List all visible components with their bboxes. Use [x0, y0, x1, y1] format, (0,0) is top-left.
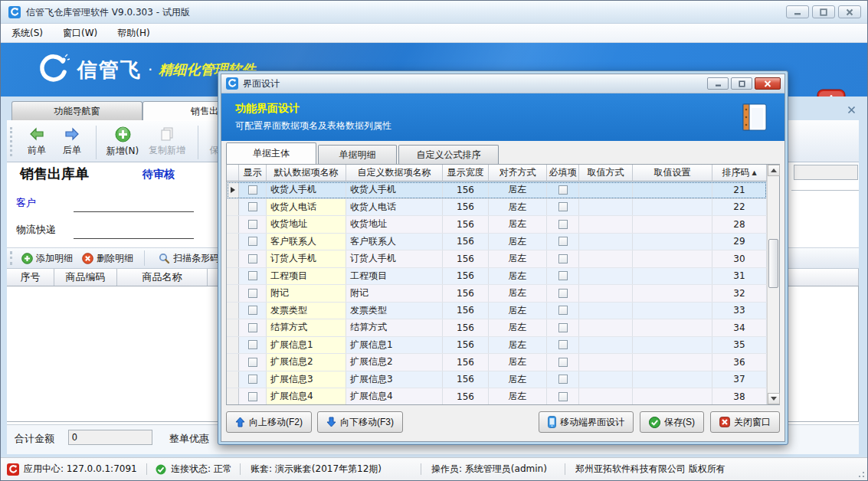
- config-table-row[interactable]: 结算方式结算方式156居左34: [227, 319, 767, 337]
- right-panel-field[interactable]: [794, 165, 858, 180]
- add-detail-button[interactable]: 添加明细: [21, 252, 73, 265]
- tab-function-nav[interactable]: 功能导航窗: [11, 101, 142, 120]
- required-checkbox[interactable]: [558, 202, 568, 211]
- config-table-row[interactable]: 收货人电话收货人电话156居左22: [227, 199, 767, 217]
- column-product-name[interactable]: 商品名称: [117, 269, 208, 286]
- align-cell: 居左: [489, 303, 547, 319]
- add-new-button[interactable]: 新增(N): [103, 124, 142, 159]
- move-up-button[interactable]: 向上移动(F2): [226, 411, 312, 433]
- required-checkbox[interactable]: [558, 358, 568, 367]
- scroll-up-button[interactable]: [768, 165, 780, 176]
- menu-system[interactable]: 系统(S): [11, 27, 43, 40]
- required-checkbox[interactable]: [558, 392, 568, 401]
- minimize-button[interactable]: [786, 5, 809, 18]
- default-name-cell: 订货人手机: [267, 250, 346, 267]
- display-checkbox[interactable]: [248, 392, 257, 401]
- exit-system-button[interactable]: 退出系统: [804, 89, 859, 97]
- dialog-maximize-button[interactable]: [731, 77, 752, 90]
- required-checkbox[interactable]: [558, 237, 568, 246]
- total-amount-input[interactable]: [68, 430, 152, 445]
- display-width-cell: 156: [443, 303, 489, 319]
- column-product-code[interactable]: 商品编码: [54, 269, 117, 286]
- config-column-header[interactable]: 显示宽度: [443, 165, 489, 182]
- align-cell: 居左: [489, 216, 547, 233]
- dialog-save-button[interactable]: 保存(S): [640, 411, 704, 433]
- copy-new-button[interactable]: 复制新增: [142, 124, 192, 159]
- config-column-header[interactable]: 对齐方式: [489, 165, 547, 182]
- required-checkbox[interactable]: [558, 254, 568, 263]
- config-table-row[interactable]: 工程项目工程项目156居左31: [227, 268, 767, 286]
- maximize-button[interactable]: [812, 5, 835, 18]
- display-checkbox[interactable]: [248, 220, 257, 229]
- scrollbar-thumb[interactable]: [768, 239, 778, 288]
- config-column-header[interactable]: 必填项: [547, 165, 579, 182]
- config-column-header[interactable]: 取值设置: [633, 165, 712, 182]
- customer-input[interactable]: [74, 198, 194, 212]
- row-indicator-cell: [227, 285, 239, 302]
- menu-window[interactable]: 窗口(W): [63, 27, 97, 40]
- remove-detail-button[interactable]: 删除明细: [82, 252, 133, 265]
- display-checkbox[interactable]: [248, 323, 257, 332]
- scroll-down-button[interactable]: [768, 393, 780, 404]
- display-checkbox[interactable]: [248, 306, 257, 315]
- required-cell: [547, 216, 579, 233]
- config-table-row[interactable]: 扩展信息4扩展信息4156居左38: [227, 388, 767, 404]
- tab-custom-formula-sort[interactable]: 自定义公式排序: [398, 145, 499, 164]
- config-table-row[interactable]: 订货人手机订货人手机156居左30: [227, 250, 767, 268]
- dialog-close-button[interactable]: [755, 77, 781, 90]
- display-checkbox[interactable]: [248, 289, 257, 298]
- required-checkbox[interactable]: [558, 289, 568, 298]
- config-column-header[interactable]: 排序码▲: [712, 165, 767, 182]
- display-checkbox[interactable]: [248, 185, 257, 195]
- magnifier-icon: [159, 253, 170, 264]
- align-cell: 居左: [489, 354, 547, 371]
- required-checkbox[interactable]: [558, 185, 568, 195]
- value-setting-cell: [633, 250, 712, 267]
- move-down-button[interactable]: 向下移动(F3): [317, 411, 403, 433]
- dialog-close-window-button[interactable]: 关闭窗口: [710, 411, 780, 433]
- resize-grip[interactable]: [856, 469, 865, 478]
- next-doc-button[interactable]: 后单: [54, 124, 90, 159]
- menu-help[interactable]: 帮助(H): [117, 27, 149, 40]
- vertical-scrollbar[interactable]: [767, 165, 779, 404]
- dialog-minimize-button[interactable]: [707, 77, 729, 90]
- config-column-header[interactable]: 显示: [239, 165, 267, 182]
- prev-doc-button[interactable]: 前单: [19, 124, 54, 159]
- config-column-header[interactable]: 取值方式: [579, 165, 633, 182]
- column-seq[interactable]: 序号: [7, 269, 54, 286]
- config-column-header[interactable]: 自定义数据项名称: [346, 165, 443, 182]
- config-table-row[interactable]: 收货人手机收货人手机156居左21: [227, 182, 767, 199]
- detail-toolbar-grip[interactable]: [10, 251, 12, 265]
- required-checkbox[interactable]: [558, 340, 568, 349]
- required-checkbox[interactable]: [558, 306, 568, 315]
- logistics-input[interactable]: [74, 225, 194, 239]
- tab-document-detail[interactable]: 单据明细: [318, 145, 397, 164]
- required-checkbox[interactable]: [558, 323, 568, 332]
- config-table-row[interactable]: 客户联系人客户联系人156居左29: [227, 234, 767, 251]
- display-checkbox[interactable]: [248, 237, 257, 246]
- config-table-row[interactable]: 附记附记156居左32: [227, 285, 767, 303]
- display-checkbox[interactable]: [248, 358, 257, 367]
- phone-icon: [548, 416, 556, 428]
- toolbar-grip[interactable]: [10, 127, 12, 156]
- display-checkbox[interactable]: [248, 375, 257, 384]
- required-checkbox[interactable]: [558, 220, 568, 229]
- custom-name-cell: 客户联系人: [346, 234, 443, 250]
- tab-document-main[interactable]: 单据主体: [226, 142, 316, 164]
- display-checkbox[interactable]: [248, 271, 257, 280]
- close-tab-icon[interactable]: [844, 103, 858, 116]
- required-checkbox[interactable]: [558, 271, 568, 280]
- config-table-row[interactable]: 收货地址收货地址156居左28: [227, 216, 767, 234]
- config-column-header[interactable]: 默认数据项名称: [267, 165, 346, 182]
- config-table-row[interactable]: 扩展信息3扩展信息3156居左37: [227, 371, 767, 389]
- config-table-row[interactable]: 发票类型发票类型156居左33: [227, 303, 767, 320]
- display-checkbox[interactable]: [248, 202, 257, 211]
- config-table-row[interactable]: 扩展信息1扩展信息1156居左35: [227, 337, 767, 355]
- required-cell: [547, 182, 579, 198]
- display-checkbox[interactable]: [248, 254, 257, 263]
- required-checkbox[interactable]: [558, 375, 568, 384]
- config-table-row[interactable]: 扩展信息2扩展信息2156居左36: [227, 354, 767, 371]
- close-button[interactable]: [838, 5, 861, 18]
- mobile-design-button[interactable]: 移动端界面设计: [539, 411, 634, 433]
- display-checkbox[interactable]: [248, 340, 257, 349]
